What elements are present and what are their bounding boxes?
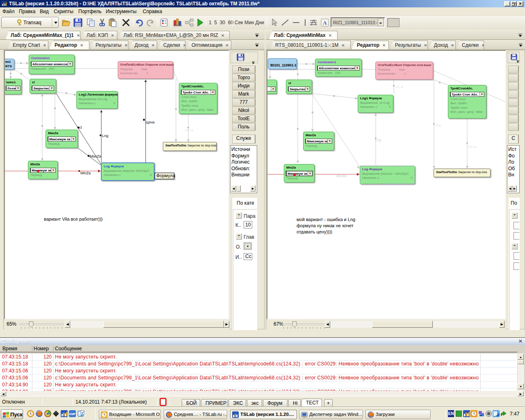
svg-text:Псс: Псс [436, 123, 441, 127]
svg-text:MinZa: MinZa [80, 171, 91, 175]
svg-text:Lng: Lng [375, 138, 381, 142]
svg-text:Lt<-a: Lt<-a [468, 145, 476, 148]
svg-text:cl: cl [79, 126, 82, 130]
svg-text:Lt<-a: Lt<-a [185, 128, 193, 132]
svg-text:Lt<-a: Lt<-a [395, 85, 403, 89]
svg-text:MaxZa: MaxZa [90, 154, 101, 158]
svg-text:Lng: Lng [102, 134, 108, 138]
svg-text:A: A [323, 20, 327, 26]
svg-text:KMP: KMP [69, 413, 76, 415]
svg-text:Цена: Цена [146, 120, 155, 124]
